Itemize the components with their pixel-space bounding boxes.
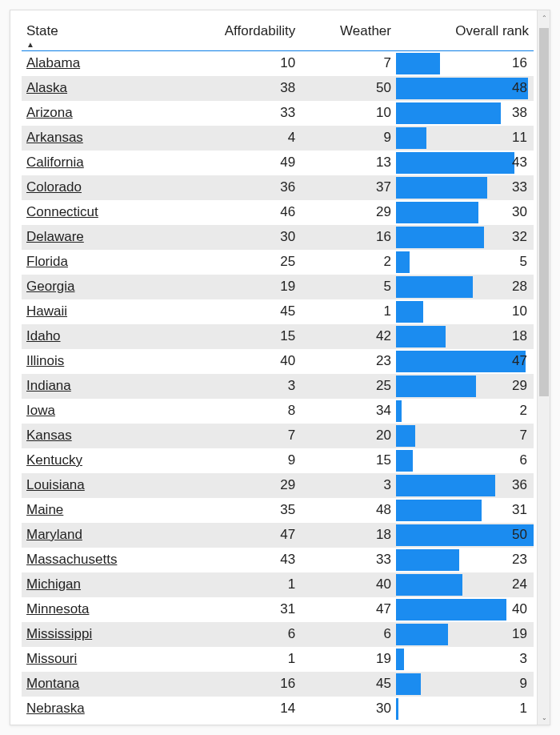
table-row: Alabama10716: [22, 51, 534, 76]
header-weather[interactable]: Weather: [300, 18, 396, 51]
weather-cell: 6: [300, 622, 396, 647]
table-row: Michigan14024: [22, 572, 534, 597]
affordability-cell: 1: [178, 572, 300, 597]
scrollbar-down-icon[interactable]: ⌄: [538, 710, 550, 725]
state-cell: Illinois: [22, 349, 178, 374]
state-link[interactable]: Maine: [26, 502, 63, 517]
rank-bar: [396, 301, 423, 323]
table-row: Georgia19528: [22, 275, 534, 299]
state-link[interactable]: Arizona: [26, 105, 73, 120]
state-cell: Missouri: [22, 647, 178, 672]
rank-value: 18: [512, 328, 527, 343]
affordability-cell: 36: [178, 175, 300, 200]
state-cell: Arkansas: [22, 126, 178, 151]
state-link[interactable]: Hawaii: [26, 303, 67, 319]
state-link[interactable]: Nebraska: [26, 701, 85, 716]
state-link[interactable]: Alaska: [26, 80, 67, 95]
table-row: Arizona331038: [22, 101, 534, 126]
state-link[interactable]: Colorado: [26, 179, 82, 195]
header-rank-label: Overall rank: [455, 23, 529, 38]
rank-cell: 16: [396, 51, 534, 76]
scroll-area: State ▲ Affordability Weather Overall ra…: [10, 10, 537, 725]
affordability-cell: 47: [178, 523, 300, 548]
state-link[interactable]: Michigan: [26, 576, 81, 592]
rank-cell: 47: [396, 349, 534, 374]
state-cell: Minnesota: [22, 597, 178, 622]
rank-bar: [396, 276, 473, 298]
rank-value: 2: [520, 403, 527, 418]
rank-value: 38: [512, 105, 527, 120]
table-row: Montana16459: [22, 672, 534, 697]
rank-bar: [396, 599, 506, 621]
state-cell: Indiana: [22, 374, 178, 399]
data-table: State ▲ Affordability Weather Overall ra…: [22, 18, 534, 721]
weather-cell: 19: [300, 647, 396, 672]
rank-bar: [396, 450, 413, 472]
state-link[interactable]: Delaware: [26, 229, 84, 244]
state-link[interactable]: Indiana: [26, 378, 71, 393]
rank-bar: [396, 376, 476, 397]
rank-cell: 38: [396, 101, 534, 126]
state-link[interactable]: Connecticut: [26, 204, 98, 219]
state-link[interactable]: Louisiana: [26, 477, 85, 492]
weather-cell: 33: [300, 548, 396, 572]
state-link[interactable]: Kansas: [26, 428, 72, 443]
affordability-cell: 33: [178, 101, 300, 126]
rank-value: 23: [512, 552, 527, 567]
table-row: Alaska385048: [22, 76, 534, 101]
state-cell: Arizona: [22, 101, 178, 126]
state-link[interactable]: Minnesota: [26, 601, 89, 617]
table-row: Illinois402347: [22, 349, 534, 374]
header-affordability-label: Affordability: [225, 23, 296, 38]
affordability-cell: 46: [178, 200, 300, 225]
rank-cell: 28: [396, 275, 534, 299]
affordability-cell: 43: [178, 548, 300, 572]
weather-cell: 23: [300, 349, 396, 374]
header-rank[interactable]: Overall rank: [396, 18, 534, 51]
state-link[interactable]: Arkansas: [26, 130, 83, 145]
state-link[interactable]: Georgia: [26, 279, 74, 294]
rank-cell: 50: [396, 523, 534, 548]
table-row: Florida2525: [22, 250, 534, 275]
state-link[interactable]: Montana: [26, 676, 79, 691]
table-row: Massachusetts433323: [22, 548, 534, 572]
state-link[interactable]: Kentucky: [26, 452, 82, 468]
rank-cell: 36: [396, 473, 534, 498]
scrollbar-thumb[interactable]: [539, 28, 549, 396]
scrollbar-up-icon[interactable]: ⌃: [538, 10, 550, 25]
header-affordability[interactable]: Affordability: [178, 18, 300, 51]
rank-cell: 31: [396, 498, 534, 523]
weather-cell: 45: [300, 672, 396, 697]
state-cell: Colorado: [22, 175, 178, 200]
state-link[interactable]: Massachusetts: [26, 552, 117, 567]
rank-bar: [396, 177, 487, 199]
state-cell: Kansas: [22, 424, 178, 448]
state-cell: Louisiana: [22, 473, 178, 498]
state-link[interactable]: California: [26, 155, 84, 170]
affordability-cell: 19: [178, 275, 300, 299]
table-row: Louisiana29336: [22, 473, 534, 498]
state-link[interactable]: Illinois: [26, 353, 64, 368]
rank-value: 3: [520, 651, 527, 666]
rank-cell: 30: [396, 200, 534, 225]
state-link[interactable]: Missouri: [26, 651, 77, 666]
table-row: Kansas7207: [22, 424, 534, 448]
state-cell: Iowa: [22, 399, 178, 424]
state-link[interactable]: Florida: [26, 254, 68, 269]
rank-bar: [396, 202, 478, 223]
state-link[interactable]: Maryland: [26, 527, 82, 542]
weather-cell: 18: [300, 523, 396, 548]
state-link[interactable]: Mississippi: [26, 626, 92, 641]
state-link[interactable]: Alabama: [26, 55, 80, 70]
state-link[interactable]: Idaho: [26, 328, 61, 343]
state-link[interactable]: Iowa: [26, 403, 55, 418]
scrollbar[interactable]: ⌃ ⌄: [537, 10, 550, 725]
weather-cell: 9: [300, 126, 396, 151]
rank-value: 29: [512, 378, 527, 393]
affordability-cell: 7: [178, 424, 300, 448]
rank-bar: [396, 649, 404, 670]
rank-cell: 7: [396, 424, 534, 448]
rank-cell: 2: [396, 399, 534, 424]
header-state[interactable]: State ▲: [22, 18, 178, 51]
rank-cell: 5: [396, 250, 534, 275]
